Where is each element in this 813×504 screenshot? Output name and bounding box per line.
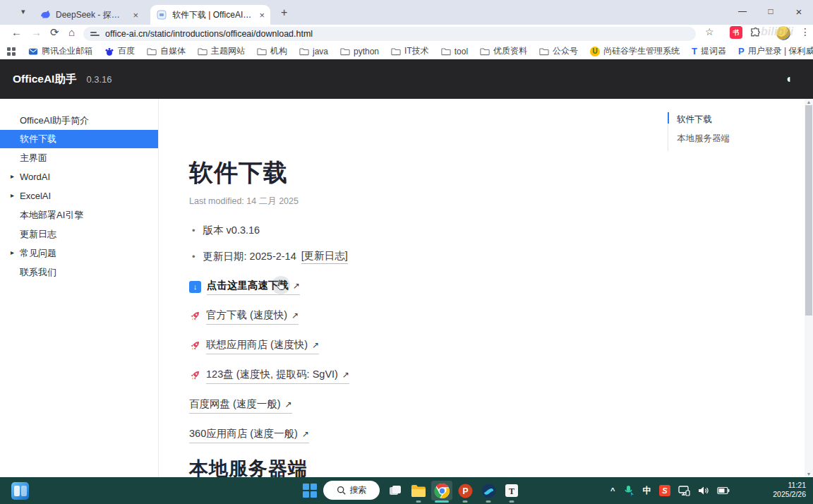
sidebar-item-label: 更新日志 <box>20 228 56 241</box>
bookmark-label: 优质资料 <box>493 45 527 57</box>
pan123-link[interactable]: 123盘 (速度快, 提取码: SgVI) ↗ <box>189 368 349 383</box>
address-bar[interactable]: office-ai.cn/static/introductions/office… <box>83 27 696 41</box>
page-scrollbar[interactable]: ▲ ▼ <box>805 99 813 477</box>
battery-icon[interactable] <box>717 486 730 495</box>
toc-item-download[interactable]: 软件下载 <box>668 110 730 129</box>
download-link-label[interactable]: 360应用商店 (速度一般) <box>189 427 298 440</box>
fast-download-link[interactable]: ↓ 点击这里高速下载 ↗ <box>189 279 300 294</box>
window-minimize-button[interactable]: — <box>728 0 757 23</box>
widgets-icon[interactable] <box>11 482 29 500</box>
start-button[interactable] <box>299 481 320 500</box>
folder-icon <box>391 47 401 56</box>
new-tab-button[interactable]: + <box>281 6 287 19</box>
bookmark-polyv[interactable]: P 用户登录 | 保利威 <box>738 45 813 57</box>
back-icon[interactable]: ← <box>11 26 22 38</box>
sidebar-item-contact[interactable]: 联系我们 <box>0 263 158 282</box>
window-close-button[interactable]: × <box>785 0 813 23</box>
powerpoint-button[interactable]: P <box>454 481 476 500</box>
download-link-label[interactable]: 点击这里高速下载 <box>207 279 289 292</box>
collapse-arrow-icon[interactable]: ▸ <box>11 172 14 180</box>
bookmark-folder-gongzhonghao[interactable]: 公众号 <box>539 45 578 57</box>
sidebar-item-download-active[interactable]: 软件下载 <box>0 130 158 148</box>
bookmark-folder-zhutiwangzhan[interactable]: 主题网站 <box>198 45 245 57</box>
ime-indicator[interactable]: 中 <box>643 485 652 497</box>
red-extension-icon[interactable]: 书 <box>730 26 742 39</box>
bookmark-folder-zimeiti[interactable]: 自媒体 <box>147 45 186 57</box>
file-explorer-button[interactable] <box>408 481 429 500</box>
sogou-tray-icon[interactable]: S <box>659 485 670 496</box>
bookmark-baidu[interactable]: 百度 <box>104 45 135 57</box>
rocket-icon <box>189 340 200 352</box>
lenovo-store-link[interactable]: 联想应用商店 (速度快) ↗ <box>189 338 319 354</box>
download-link-label[interactable]: 官方下载 (速度快) <box>206 308 287 322</box>
tray-chevron-icon[interactable]: ^ <box>610 486 615 495</box>
blue-app-button[interactable] <box>478 481 499 500</box>
folder-icon <box>198 47 207 56</box>
bookmark-label: 提词器 <box>701 45 726 57</box>
sidebar-item-intro[interactable]: OfficeAI助手简介 <box>0 111 158 130</box>
bookmark-atguigu[interactable]: U 尚硅谷学生管理系统 <box>590 45 680 57</box>
taskbar-search[interactable]: 搜索 <box>323 481 380 500</box>
changelog-link[interactable]: [更新日志] <box>301 249 348 264</box>
sidebar-item-wordai[interactable]: ▸WordAI <box>0 167 158 186</box>
download-link-label[interactable]: 123盘 (速度快, 提取码: SgVI) <box>206 368 338 381</box>
official-download-link[interactable]: 官方下载 (速度快) ↗ <box>189 308 299 324</box>
store360-link[interactable]: 360应用商店 (速度一般) ↗ <box>189 427 309 443</box>
extensions-puzzle-icon[interactable] <box>749 27 761 39</box>
profile-avatar[interactable] <box>776 26 790 40</box>
chrome-button[interactable] <box>431 481 452 500</box>
sidebar-item-excelai[interactable]: ▸ExcelAI <box>0 186 158 205</box>
sidebar-item-changelog[interactable]: 更新日志 <box>0 224 158 244</box>
scroll-down-icon[interactable]: ▼ <box>805 472 813 476</box>
folder-icon <box>480 47 490 56</box>
folder-icon <box>539 47 549 56</box>
taskbar-clock[interactable]: 11:21 2025/2/26 <box>773 481 806 499</box>
volume-icon[interactable] <box>698 486 709 496</box>
sidebar-item-faq[interactable]: ▸常见问题 <box>0 244 158 263</box>
sidebar-item-local-ai-engine[interactable]: 本地部署AI引擎 <box>0 205 158 224</box>
bookmark-folder-youzhiziliao[interactable]: 优质资料 <box>480 45 527 57</box>
home-icon[interactable]: ⌂ <box>68 26 75 38</box>
baidu-pan-link[interactable]: 百度网盘 (速度一般) ↗ <box>189 397 292 413</box>
collapse-arrow-icon[interactable]: ▸ <box>11 248 14 256</box>
scroll-up-icon[interactable]: ▲ <box>805 100 813 104</box>
bookmark-folder-jigou[interactable]: 机构 <box>257 45 287 57</box>
tab-close-icon[interactable]: × <box>133 11 138 20</box>
browser-menu-icon[interactable]: ⋮ <box>800 26 810 37</box>
sidebar-item-main-ui[interactable]: 主界面 <box>0 148 158 167</box>
bookmark-folder-python[interactable]: python <box>340 47 379 56</box>
reload-icon[interactable]: ⟳ <box>50 26 59 39</box>
tab-close-icon[interactable]: × <box>259 11 265 20</box>
bookmark-tencent-mail[interactable]: 腾讯企业邮箱 <box>28 45 92 57</box>
task-view-button[interactable] <box>385 481 406 500</box>
toc-item-local-server[interactable]: 本地服务器端 <box>668 129 730 148</box>
bookmark-folder-java[interactable]: java <box>299 47 328 56</box>
apps-grid-icon[interactable] <box>7 47 16 56</box>
external-link-icon: ↗ <box>285 400 292 409</box>
tab-deepseek[interactable]: DeepSeek - 探索未至之境 × <box>34 5 144 25</box>
sidebar-item-label: WordAI <box>20 172 50 182</box>
bookmark-folder-tool[interactable]: tool <box>441 47 468 56</box>
site-settings-icon[interactable] <box>90 30 100 37</box>
download-link-label[interactable]: 联想应用商店 (速度快) <box>206 338 308 352</box>
forward-icon[interactable]: → <box>31 26 42 38</box>
window-maximize-button[interactable]: □ <box>757 0 785 23</box>
site-header: OfficeAI助手 0.3.16 ◐ <box>0 59 813 99</box>
bookmark-label: python <box>354 47 379 56</box>
bookmark-folder-itjishu[interactable]: IT技术 <box>391 45 429 57</box>
download-link-label[interactable]: 百度网盘 (速度一般) <box>189 397 281 411</box>
voice-input-icon[interactable] <box>623 485 635 497</box>
scrollbar-thumb[interactable] <box>805 105 812 316</box>
typora-button[interactable]: T <box>501 481 522 500</box>
site-brand[interactable]: OfficeAI助手 <box>13 72 76 87</box>
tab-officeai-active[interactable]: 软件下载 | OfficeAI助手 × <box>150 5 270 25</box>
folder-icon <box>340 47 350 56</box>
theme-toggle-icon[interactable]: ◐ <box>786 73 793 85</box>
network-display-icon[interactable] <box>678 486 690 496</box>
url-text[interactable]: office-ai.cn/static/introductions/office… <box>105 29 313 39</box>
tab-search-icon[interactable]: ▾ <box>21 7 25 16</box>
bookmark-star-icon[interactable]: ☆ <box>705 26 714 37</box>
clock-date: 2025/2/26 <box>773 490 806 499</box>
collapse-arrow-icon[interactable]: ▸ <box>11 191 14 199</box>
bookmark-ticiqi[interactable]: T 提词器 <box>692 45 726 57</box>
